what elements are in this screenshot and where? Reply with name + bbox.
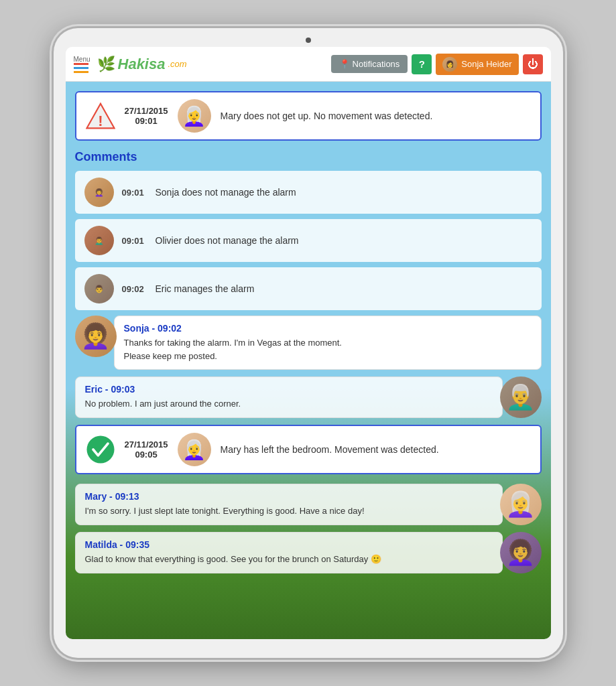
alert-card-2: 27/11/2015 09:05 👩‍🦳 Mary has left the b… — [75, 425, 542, 474]
camera — [306, 38, 311, 43]
comment-text-1: Olivier does not manage the alarm — [156, 235, 299, 246]
alert2-message: Mary has left the bedroom. Movement was … — [221, 444, 531, 455]
comment-text-0: Sonja does not manage the alarm — [156, 187, 296, 198]
comments-title: Comments — [75, 150, 542, 164]
main-content: ! 27/11/2015 09:01 👩‍🦳 Mary does not get… — [66, 82, 551, 639]
warning-icon: ! — [86, 101, 115, 131]
menu-container: Menu — [74, 56, 90, 73]
alert2-avatar: 👩‍🦳 — [178, 433, 211, 466]
eric-chat-text: No problem. I am just around the corner. — [85, 397, 493, 411]
comment-avatar-olivier: 👨‍🦱 — [84, 226, 114, 255]
comment-time-0: 09:01 — [122, 188, 147, 198]
logo-leaf-icon: 🌿 — [97, 56, 115, 73]
chat-bubble-matilda: Matilda - 09:35 Glad to know that everyt… — [75, 532, 542, 573]
user-avatar: 👩 — [442, 57, 457, 72]
notifications-button[interactable]: 📍 Notifications — [331, 55, 408, 73]
matilda-avatar-chat: 👩‍🦱 — [500, 532, 542, 573]
alert1-avatar: 👩‍🦳 — [178, 99, 211, 133]
matilda-chat-content: Matilda - 09:35 Glad to know that everyt… — [75, 532, 503, 573]
user-button[interactable]: 👩 Sonja Heider — [436, 54, 518, 75]
mary-chat-name: Mary - 09:13 — [85, 491, 493, 502]
user-name: Sonja Heider — [461, 59, 511, 69]
sonja-chat-content: Sonja - 09:02 Thanks for taking the alar… — [114, 316, 542, 370]
navbar-right: 📍 Notifications ? 👩 Sonja Heider ⏻ — [331, 54, 543, 75]
hamburger-icon[interactable] — [74, 63, 90, 73]
sonja-chat-text: Thanks for taking the alarm. I'm in Vega… — [124, 336, 532, 362]
navbar: Menu 🌿 Hakisa .com 📍 Notifications ? — [66, 47, 551, 82]
tablet-screen: Menu 🌿 Hakisa .com 📍 Notifications ? — [66, 47, 551, 639]
comment-time-2: 09:02 — [122, 284, 147, 294]
sonja-chat-name: Sonja - 09:02 — [124, 323, 532, 334]
svg-text:!: ! — [98, 113, 103, 129]
tablet-frame: Menu 🌿 Hakisa .com 📍 Notifications ? — [54, 28, 563, 658]
svg-point-2 — [86, 435, 114, 463]
logo-text: Hakisa — [118, 56, 166, 73]
navbar-left: Menu 🌿 Hakisa .com — [74, 56, 187, 73]
comment-row-0: 👩‍🦱 09:01 Sonja does not manage the alar… — [75, 171, 542, 214]
comment-avatar-sonja: 👩‍🦱 — [84, 178, 114, 207]
mary-chat-text: I'm so sorry. I just slept late tonight.… — [85, 504, 493, 518]
chat-bubble-sonja: 👩‍🦱 Sonja - 09:02 Thanks for taking the … — [75, 316, 542, 370]
logo-com: .com — [168, 59, 186, 69]
success-icon — [86, 435, 115, 464]
mary-avatar-chat: 👩‍🦳 — [500, 484, 542, 525]
eric-chat-content: Eric - 09:03 No problem. I am just aroun… — [75, 376, 503, 418]
comment-text-2: Eric manages the alarm — [156, 283, 255, 294]
mary-chat-content: Mary - 09:13 I'm so sorry. I just slept … — [75, 484, 503, 525]
comment-time-1: 09:01 — [122, 236, 147, 246]
help-button[interactable]: ? — [412, 54, 432, 74]
matilda-chat-name: Matilda - 09:35 — [85, 539, 493, 550]
eric-avatar-chat: 👨‍🦳 — [500, 376, 542, 418]
comment-avatar-eric: 👨 — [84, 274, 114, 303]
alert2-timestamp: 27/11/2015 09:05 — [125, 439, 168, 460]
menu-label: Menu — [74, 56, 90, 63]
sonja-avatar-chat: 👩‍🦱 — [75, 316, 117, 357]
user-avatar-icon: 👩 — [446, 60, 454, 68]
chat-bubble-mary: Mary - 09:13 I'm so sorry. I just slept … — [75, 484, 542, 525]
matilda-chat-text: Glad to know that everything is good. Se… — [85, 553, 493, 566]
logo: 🌿 Hakisa .com — [97, 56, 187, 73]
comment-row-2: 👨 09:02 Eric manages the alarm — [75, 267, 542, 310]
alert1-message: Mary does not get up. No movement was de… — [221, 111, 531, 121]
pin-icon: 📍 — [339, 59, 350, 69]
comment-row-1: 👨‍🦱 09:01 Olivier does not manage the al… — [75, 219, 542, 262]
alert-card-1: ! 27/11/2015 09:01 👩‍🦳 Mary does not get… — [75, 91, 542, 141]
chat-bubble-eric: Eric - 09:03 No problem. I am just aroun… — [75, 376, 542, 418]
notifications-label: Notifications — [353, 59, 400, 69]
eric-chat-name: Eric - 09:03 — [85, 384, 493, 395]
power-button[interactable]: ⏻ — [523, 54, 543, 74]
alert1-timestamp: 27/11/2015 09:01 — [125, 106, 168, 126]
